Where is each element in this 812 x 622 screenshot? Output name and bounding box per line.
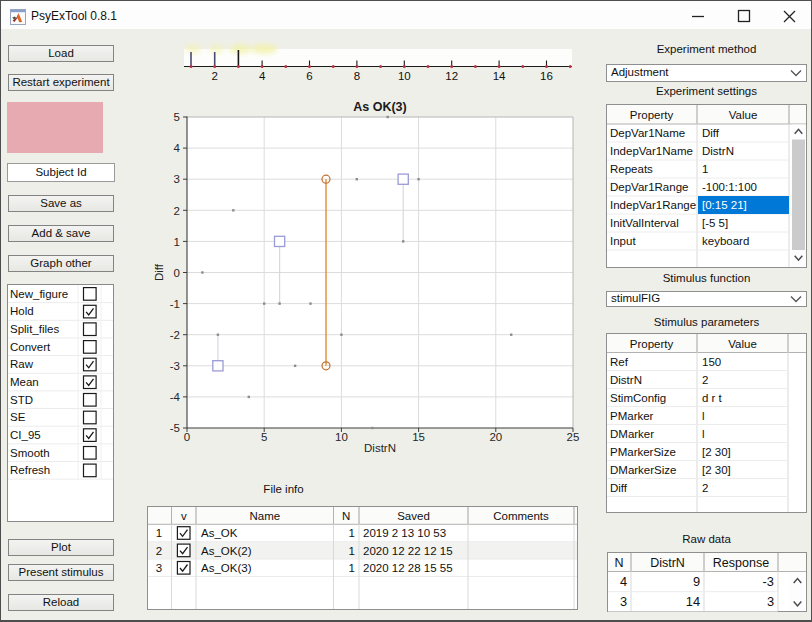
- svg-text:Refresh: Refresh: [10, 464, 50, 476]
- svg-text:v: v: [181, 510, 187, 522]
- svg-text:Saved: Saved: [397, 510, 430, 522]
- svg-text:Repeats: Repeats: [610, 163, 653, 175]
- svg-text:-1: -1: [170, 298, 180, 310]
- svg-text:As_OK(3): As_OK(3): [201, 562, 252, 574]
- svg-text:9: 9: [693, 574, 700, 589]
- svg-text:As_OK: As_OK: [201, 527, 238, 539]
- svg-text:Ref: Ref: [610, 356, 629, 368]
- svg-text:Diff: Diff: [610, 482, 628, 494]
- svg-text:N: N: [614, 556, 623, 570]
- svg-text:As OK(3): As OK(3): [353, 100, 406, 114]
- svg-text:15: 15: [412, 431, 425, 443]
- svg-text:Convert: Convert: [10, 341, 51, 353]
- svg-text:PMarker: PMarker: [610, 410, 654, 422]
- svg-text:-3: -3: [170, 360, 180, 372]
- svg-text:DepVar1Name: DepVar1Name: [610, 127, 685, 139]
- svg-text:DMarker: DMarker: [610, 428, 654, 440]
- svg-text:2: 2: [156, 545, 162, 557]
- svg-text:Diff: Diff: [153, 263, 165, 281]
- svg-text:1: 1: [156, 527, 162, 539]
- svg-text:Property: Property: [630, 338, 674, 350]
- svg-text:2020 12 28 15 55: 2020 12 28 15 55: [363, 562, 453, 574]
- svg-text:Value: Value: [729, 109, 758, 121]
- svg-text:DistrN: DistrN: [364, 442, 396, 454]
- svg-text:Smooth: Smooth: [10, 447, 50, 459]
- svg-text:N: N: [342, 510, 350, 522]
- svg-text:10: 10: [398, 70, 411, 82]
- svg-text:STD: STD: [10, 394, 33, 406]
- svg-text:Comments: Comments: [493, 510, 549, 522]
- svg-text:DistrN: DistrN: [610, 374, 642, 386]
- svg-text:8: 8: [354, 70, 360, 82]
- svg-text:PMarkerSize: PMarkerSize: [610, 446, 676, 458]
- svg-text:150: 150: [702, 356, 721, 368]
- svg-text:1: 1: [349, 527, 355, 539]
- svg-text:3: 3: [156, 562, 162, 574]
- svg-text:2: 2: [702, 482, 708, 494]
- svg-text:6: 6: [306, 70, 312, 82]
- svg-text:4: 4: [174, 142, 181, 154]
- svg-text:As_OK(2): As_OK(2): [201, 545, 252, 557]
- svg-text:1: 1: [174, 236, 180, 248]
- svg-text:SE: SE: [10, 411, 26, 423]
- svg-text:2: 2: [174, 205, 180, 217]
- svg-text:Response: Response: [713, 556, 769, 570]
- svg-text:3: 3: [174, 173, 180, 185]
- svg-text:IndepVar1Range: IndepVar1Range: [610, 199, 696, 211]
- svg-text:Mean: Mean: [10, 376, 39, 388]
- svg-text:[2 30]: [2 30]: [702, 464, 731, 476]
- svg-text:keyboard: keyboard: [702, 235, 749, 247]
- svg-text:CI_95: CI_95: [10, 429, 41, 441]
- svg-text:IndepVar1Name: IndepVar1Name: [610, 145, 693, 157]
- svg-text:12: 12: [445, 70, 458, 82]
- svg-text:25: 25: [567, 431, 580, 443]
- svg-text:DistrN: DistrN: [650, 556, 685, 570]
- svg-text:10: 10: [335, 431, 348, 443]
- svg-text:1: 1: [349, 562, 355, 574]
- svg-text:StimConfig: StimConfig: [610, 392, 666, 404]
- svg-text:Raw: Raw: [10, 358, 34, 370]
- svg-text:5: 5: [261, 431, 267, 443]
- svg-text:Name: Name: [249, 510, 280, 522]
- svg-text:4: 4: [620, 574, 627, 589]
- svg-text:DMarkerSize: DMarkerSize: [610, 464, 676, 476]
- svg-text:0: 0: [184, 431, 190, 443]
- svg-text:4: 4: [259, 70, 266, 82]
- svg-text:20: 20: [489, 431, 502, 443]
- svg-text:New_figure: New_figure: [10, 288, 68, 300]
- svg-text:l: l: [702, 410, 705, 422]
- svg-text:5: 5: [174, 111, 180, 123]
- svg-text:2: 2: [211, 70, 217, 82]
- svg-text:0: 0: [174, 267, 180, 279]
- svg-text:1: 1: [349, 545, 355, 557]
- svg-text:-3: -3: [763, 574, 774, 589]
- svg-text:DistrN: DistrN: [702, 145, 734, 157]
- svg-text:DepVar1Range: DepVar1Range: [610, 181, 688, 193]
- svg-text:16: 16: [540, 70, 553, 82]
- svg-text:Value: Value: [728, 338, 757, 350]
- svg-text:[0:15 21]: [0:15 21]: [702, 199, 747, 211]
- svg-text:2019 2 13 10 53: 2019 2 13 10 53: [363, 527, 446, 539]
- svg-text:2020 12 22 12 15: 2020 12 22 12 15: [363, 545, 453, 557]
- svg-text:-2: -2: [170, 329, 180, 341]
- svg-text:InitValInterval: InitValInterval: [610, 217, 679, 229]
- svg-text:1: 1: [702, 163, 708, 175]
- svg-text:Split_files: Split_files: [10, 323, 59, 335]
- svg-text:[2 30]: [2 30]: [702, 446, 731, 458]
- svg-text:Hold: Hold: [10, 305, 34, 317]
- svg-text:-4: -4: [170, 391, 181, 403]
- svg-text:Input: Input: [610, 235, 636, 247]
- svg-text:-5: -5: [170, 422, 180, 434]
- svg-text:l: l: [702, 428, 705, 440]
- svg-text:Property: Property: [630, 109, 674, 121]
- svg-text:3: 3: [620, 594, 627, 609]
- svg-text:[-5 5]: [-5 5]: [702, 217, 728, 229]
- svg-text:Diff: Diff: [702, 127, 720, 139]
- svg-text:14: 14: [686, 594, 700, 609]
- svg-text:-100:1:100: -100:1:100: [702, 181, 757, 193]
- svg-text:d r t: d r t: [702, 392, 723, 404]
- svg-text:14: 14: [493, 70, 506, 82]
- svg-text:3: 3: [767, 594, 774, 609]
- svg-text:2: 2: [702, 374, 708, 386]
